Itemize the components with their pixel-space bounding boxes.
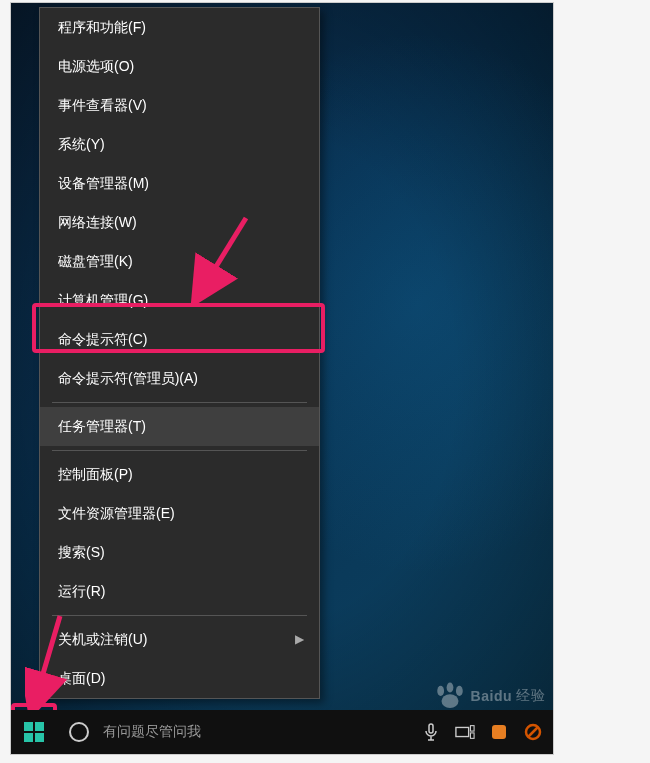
winx-context-menu: 程序和功能(F) 电源选项(O) 事件查看器(V) 系统(Y) 设备管理器(M)… bbox=[39, 7, 320, 699]
menu-command-prompt-admin[interactable]: 命令提示符(管理员)(A) bbox=[40, 359, 319, 398]
svg-rect-6 bbox=[24, 733, 33, 742]
svg-rect-12 bbox=[470, 733, 474, 738]
baidu-watermark: Baidu 经验 bbox=[433, 682, 545, 710]
menu-label: 搜索(S) bbox=[58, 544, 105, 560]
menu-label: 运行(R) bbox=[58, 583, 105, 599]
tray-blocked-icon[interactable] bbox=[523, 722, 543, 742]
menu-label: 设备管理器(M) bbox=[58, 175, 149, 191]
menu-network-connections[interactable]: 网络连接(W) bbox=[40, 203, 319, 242]
svg-rect-10 bbox=[456, 727, 469, 736]
svg-rect-9 bbox=[429, 724, 433, 733]
svg-rect-4 bbox=[24, 722, 33, 731]
svg-rect-11 bbox=[470, 726, 474, 731]
menu-separator bbox=[52, 402, 307, 403]
menu-label: 控制面板(P) bbox=[58, 466, 133, 482]
menu-run[interactable]: 运行(R) bbox=[40, 572, 319, 611]
menu-label: 程序和功能(F) bbox=[58, 19, 146, 35]
svg-rect-7 bbox=[35, 733, 44, 742]
menu-label: 磁盘管理(K) bbox=[58, 253, 133, 269]
svg-rect-5 bbox=[35, 722, 44, 731]
menu-label: 任务管理器(T) bbox=[58, 418, 146, 434]
menu-label: 关机或注销(U) bbox=[58, 631, 147, 647]
system-tray bbox=[421, 722, 553, 742]
watermark-brand: Baidu bbox=[471, 688, 512, 704]
menu-label: 网络连接(W) bbox=[58, 214, 137, 230]
menu-control-panel[interactable]: 控制面板(P) bbox=[40, 455, 319, 494]
svg-point-2 bbox=[456, 686, 463, 696]
menu-separator bbox=[52, 615, 307, 616]
menu-shutdown-signout[interactable]: 关机或注销(U) ▶ bbox=[40, 620, 319, 659]
menu-label: 桌面(D) bbox=[58, 670, 105, 686]
menu-separator bbox=[52, 450, 307, 451]
svg-point-1 bbox=[446, 682, 453, 692]
menu-task-manager[interactable]: 任务管理器(T) bbox=[40, 407, 319, 446]
svg-point-0 bbox=[437, 686, 444, 696]
menu-label: 计算机管理(G) bbox=[58, 292, 148, 308]
baidu-paw-icon bbox=[433, 682, 467, 710]
menu-label: 系统(Y) bbox=[58, 136, 105, 152]
menu-computer-management[interactable]: 计算机管理(G) bbox=[40, 281, 319, 320]
start-button[interactable] bbox=[11, 710, 57, 754]
menu-disk-management[interactable]: 磁盘管理(K) bbox=[40, 242, 319, 281]
menu-device-manager[interactable]: 设备管理器(M) bbox=[40, 164, 319, 203]
windows-logo-icon bbox=[24, 722, 44, 742]
watermark-text: 经验 bbox=[516, 687, 545, 705]
search-box[interactable]: 有问题尽管问我 bbox=[103, 723, 421, 741]
search-placeholder: 有问题尽管问我 bbox=[103, 723, 201, 739]
menu-programs-features[interactable]: 程序和功能(F) bbox=[40, 8, 319, 47]
menu-label: 事件查看器(V) bbox=[58, 97, 147, 113]
submenu-arrow-icon: ▶ bbox=[295, 620, 304, 659]
tray-app-icon[interactable] bbox=[489, 722, 509, 742]
taskbar: 有问题尽管问我 bbox=[11, 710, 553, 754]
menu-search[interactable]: 搜索(S) bbox=[40, 533, 319, 572]
menu-label: 电源选项(O) bbox=[58, 58, 134, 74]
desktop-area: 程序和功能(F) 电源选项(O) 事件查看器(V) 系统(Y) 设备管理器(M)… bbox=[10, 2, 554, 755]
menu-command-prompt[interactable]: 命令提示符(C) bbox=[40, 320, 319, 359]
svg-line-15 bbox=[528, 727, 538, 737]
menu-file-explorer[interactable]: 文件资源管理器(E) bbox=[40, 494, 319, 533]
taskview-icon[interactable] bbox=[455, 722, 475, 742]
svg-point-8 bbox=[70, 723, 88, 741]
microphone-icon[interactable] bbox=[421, 722, 441, 742]
svg-point-3 bbox=[441, 694, 458, 708]
menu-desktop[interactable]: 桌面(D) bbox=[40, 659, 319, 698]
menu-event-viewer[interactable]: 事件查看器(V) bbox=[40, 86, 319, 125]
svg-rect-13 bbox=[492, 725, 506, 739]
cortana-button[interactable] bbox=[57, 710, 101, 754]
menu-label: 命令提示符(C) bbox=[58, 331, 147, 347]
cortana-circle-icon bbox=[68, 721, 90, 743]
menu-label: 命令提示符(管理员)(A) bbox=[58, 370, 198, 386]
menu-label: 文件资源管理器(E) bbox=[58, 505, 175, 521]
menu-power-options[interactable]: 电源选项(O) bbox=[40, 47, 319, 86]
menu-system[interactable]: 系统(Y) bbox=[40, 125, 319, 164]
